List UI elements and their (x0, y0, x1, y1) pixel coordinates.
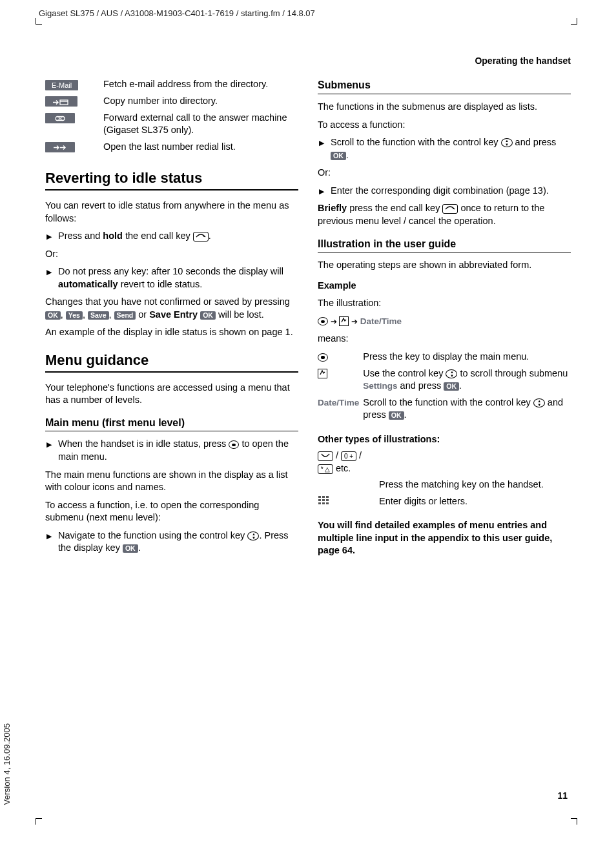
send-button-label: Send (114, 311, 136, 320)
other-illustrations-table: / 0 + / * △ etc. Press the matching key … (318, 449, 571, 513)
paragraph: The functions in the submenus are displa… (318, 101, 571, 114)
paragraph: Briefly press the end call key once to r… (318, 202, 571, 227)
def-text: Open the last number redial list. (103, 141, 298, 158)
end-call-key-icon (442, 204, 458, 214)
control-key-icon (247, 531, 259, 540)
svg-rect-15 (322, 502, 325, 504)
running-head: Operating the handset (39, 55, 571, 67)
paragraph: The illustration: (318, 297, 571, 310)
settings-label: Settings (363, 381, 397, 391)
talk-key-icon (318, 451, 333, 461)
heading-reverting: Reverting to idle status (45, 169, 298, 190)
crop-mark (36, 18, 42, 25)
date-time-label: Date/Time (360, 316, 402, 326)
text-bold: hold (103, 231, 123, 241)
bullet-icon: ▶ (46, 438, 58, 463)
paragraph: To access a function: (318, 119, 571, 132)
control-key-icon (446, 369, 457, 378)
illustration-line: ➔ ➔ Date/Time (318, 315, 571, 328)
subheading-main-menu: Main menu (first menu level) (45, 416, 298, 432)
svg-point-6 (203, 236, 205, 237)
def-text: Scroll to the function with the control … (363, 396, 571, 426)
control-key-icon (533, 398, 545, 407)
text: Do not press any key: after 10 seconds t… (58, 266, 283, 276)
bullet-icon: ▶ (319, 185, 331, 198)
version-stamp: Version 4, 16.09.2005 (1, 724, 13, 806)
paragraph: An example of the display in idle status… (45, 326, 298, 339)
def-text: Copy number into directory. (103, 95, 298, 112)
ok-button-label: OK (389, 411, 404, 420)
center-key-icon (229, 440, 239, 449)
bullet-icon: ▶ (319, 136, 331, 161)
svg-rect-9 (322, 496, 325, 498)
text: When the handset is in idle status, pres… (58, 438, 229, 449)
text: press the end call key (347, 203, 442, 213)
svg-rect-13 (326, 499, 329, 501)
bullet-item: ▶ Navigate to the function using the con… (46, 530, 298, 555)
paragraph: The operating steps are shown in abbrevi… (318, 259, 571, 272)
def-text: Forward external call to the answer mach… (103, 112, 298, 141)
bullet-icon: ▶ (46, 265, 58, 291)
ok-button-label: OK (45, 311, 61, 320)
crop-mark (36, 818, 42, 825)
left-column: E-Mail Fetch e-mail address from the dir… (45, 78, 298, 562)
svg-rect-16 (326, 502, 329, 504)
svg-rect-14 (318, 502, 321, 504)
zero-key-icon: 0 + (341, 451, 356, 461)
text: Press and (58, 231, 103, 241)
save-button-label: Save (88, 311, 109, 320)
control-key-icon (501, 138, 513, 147)
right-column: Submenus The functions in the submenus a… (318, 78, 571, 562)
email-icon: E-Mail (45, 80, 78, 90)
or-label: Or: (318, 167, 571, 180)
page-number: 11 (557, 790, 568, 802)
heading-menu-guidance: Menu guidance (45, 351, 298, 373)
means-label: means: (318, 333, 571, 345)
bullet-item: ▶ When the handset is in idle status, pr… (46, 438, 298, 463)
doc-header: Gigaset SL375 / AUS / A31008-M1903-C401-… (39, 8, 577, 19)
keypad-icon (318, 497, 329, 508)
text-bold: automatically (58, 279, 118, 289)
icon-definitions: E-Mail Fetch e-mail address from the dir… (45, 78, 298, 157)
svg-point-2 (56, 117, 59, 121)
center-key-icon (318, 353, 328, 362)
text: the end call key (123, 231, 193, 241)
text: Scroll to the function with the control … (331, 137, 501, 147)
ok-button-label: OK (123, 544, 138, 553)
text: revert to idle status. (118, 279, 203, 289)
paragraph: To access a function, i.e. to open the c… (45, 499, 298, 524)
subheading-example: Example (318, 280, 571, 293)
settings-icon (318, 369, 327, 378)
def-text: Use the control key to scroll through su… (363, 367, 571, 396)
svg-rect-0 (60, 100, 68, 105)
svg-rect-11 (318, 499, 321, 501)
arrow-icon: ➔ (331, 317, 339, 326)
text: etc. (333, 463, 351, 473)
or-label: Or: (45, 248, 298, 261)
bullet-item: ▶ Scroll to the function with the contro… (319, 136, 571, 161)
footer-note: You will find detailed examples of menu … (318, 519, 571, 557)
def-text: Enter digits or letters. (379, 495, 571, 513)
subheading-other-illustrations: Other types of illustrations: (318, 433, 571, 446)
svg-point-7 (453, 208, 454, 209)
def-text: Fetch e-mail address from the directory. (103, 78, 298, 95)
text-bold: Save Entry (149, 309, 198, 320)
answer-machine-icon (45, 113, 75, 123)
bullet-icon: ▶ (46, 530, 58, 555)
bullet-item: ▶ Enter the corresponding digit combinat… (319, 185, 571, 198)
copy-to-directory-icon (45, 96, 77, 107)
text-bold: Briefly (318, 203, 347, 213)
ok-button-label: OK (200, 311, 216, 320)
crop-mark (571, 18, 577, 25)
text: Changes that you have not confirmed or s… (45, 296, 290, 307)
date-time-label: Date/Time (318, 398, 359, 407)
bullet-item: ▶ Press and hold the end call key . (46, 230, 298, 243)
arrow-icon: ➔ (351, 317, 360, 326)
redial-icon (45, 142, 75, 152)
svg-rect-10 (326, 496, 329, 498)
text: and press (513, 137, 557, 147)
star-key-icon: * △ (318, 464, 333, 474)
svg-point-3 (61, 117, 65, 121)
ok-button-label: OK (331, 152, 346, 160)
illustration-table: Press the key to display the main menu. … (318, 351, 571, 426)
